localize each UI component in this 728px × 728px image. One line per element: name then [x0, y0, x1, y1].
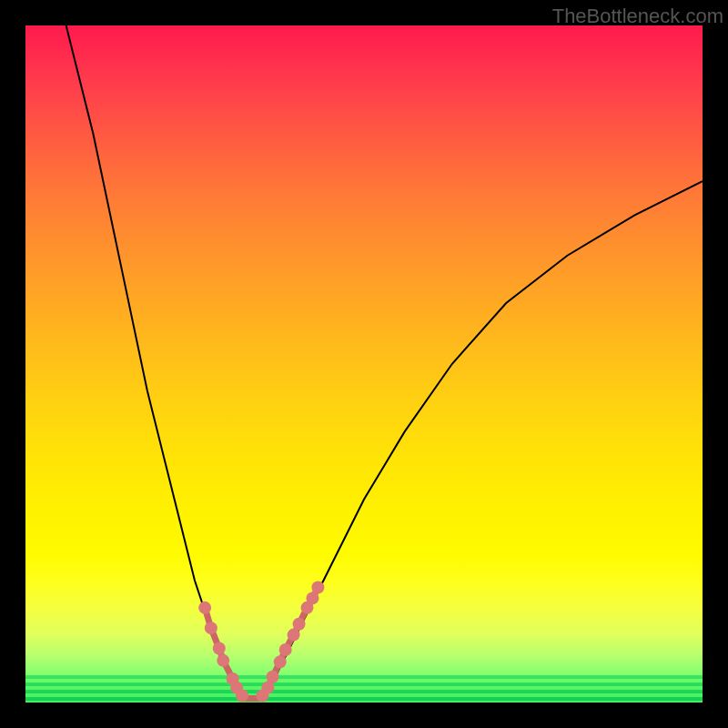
chart-svg [25, 25, 703, 703]
data-bead [306, 592, 318, 604]
data-bead [274, 655, 287, 668]
chart-plot-area [25, 25, 703, 703]
left-curve [66, 25, 245, 699]
data-bead [236, 690, 248, 703]
beads-right-group [256, 581, 324, 703]
right-curve [259, 181, 703, 699]
watermark-text: TheBottleneck.com [552, 5, 723, 28]
data-bead [217, 654, 229, 667]
beads-left-group [198, 602, 248, 703]
data-bead [213, 642, 226, 654]
data-bead [311, 581, 324, 594]
data-bead [288, 629, 300, 642]
data-bead [198, 602, 211, 614]
data-bead [205, 622, 217, 634]
data-bead [279, 643, 292, 656]
data-bead [261, 682, 274, 694]
data-bead [293, 618, 306, 631]
data-bead [267, 671, 279, 683]
